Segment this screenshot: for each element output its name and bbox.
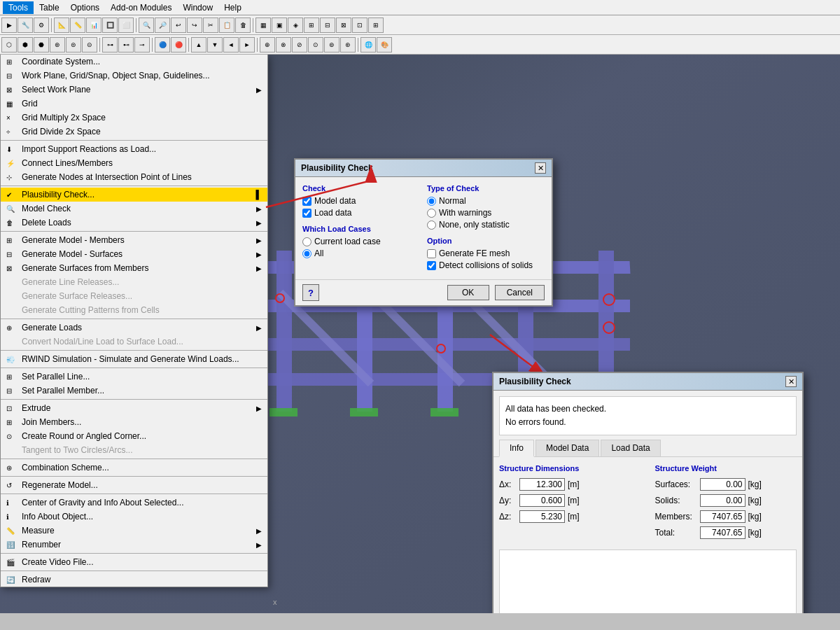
menu-help[interactable]: Help (218, 1, 247, 14)
toolbar-btn-16[interactable]: ▦ (255, 18, 271, 33)
toolbar-btn-18[interactable]: ◈ (288, 18, 303, 33)
toolbar-btn-1[interactable]: ▶ (1, 18, 17, 33)
toolbar-btn-15[interactable]: 🗑 (235, 18, 251, 33)
toolbar-btn-21[interactable]: ⊠ (336, 18, 351, 33)
toolbar-btn-4[interactable]: 📐 (54, 18, 69, 33)
toolbar-btn-17[interactable]: ▣ (272, 18, 287, 33)
menu-item-selectwp[interactable]: ⊠ Select Work Plane ▶ (1, 83, 267, 97)
load-data-checkbox[interactable] (302, 209, 312, 218)
total-input[interactable] (700, 526, 746, 539)
toolbar2-btn-21[interactable]: ⊛ (340, 37, 356, 52)
menu-item-setparline[interactable]: ⊞ Set Parallel Line... (1, 370, 267, 384)
toolbar2-btn-2[interactable]: ⬢ (18, 37, 33, 52)
menu-item-measure[interactable]: 📏 Measure ▶ (1, 524, 267, 538)
all-lc-radio[interactable] (302, 249, 312, 258)
menu-item-regenmodel[interactable]: ↺ Regenerate Model... (1, 478, 267, 492)
toolbar2-btn-14[interactable]: ◄ (223, 37, 239, 52)
menu-item-import[interactable]: ⬇ Import Support Reactions as Load... (1, 142, 267, 156)
menu-item-gensurffromem[interactable]: ⊠ Generate Surfaces from Members ▶ (1, 261, 267, 275)
toolbar-btn-3[interactable]: ⚙ (34, 18, 49, 33)
menu-window[interactable]: Window (177, 1, 218, 14)
toolbar2-btn-23[interactable]: 🎨 (377, 37, 392, 52)
toolbar-btn-13[interactable]: ✂ (203, 18, 218, 33)
menu-item-delloads[interactable]: 🗑 Delete Loads ▶ (1, 216, 267, 230)
toolbar-btn-12[interactable]: ↪ (187, 18, 202, 33)
toolbar2-btn-9[interactable]: ⊸ (134, 37, 150, 52)
toolbar2-btn-16[interactable]: ⊕ (260, 37, 275, 52)
toolbar2-btn-6[interactable]: ⊝ (82, 37, 97, 52)
toolbar-btn-20[interactable]: ⊟ (320, 18, 335, 33)
toolbar2-btn-11[interactable]: 🔴 (171, 37, 186, 52)
menu-item-gennodes[interactable]: ⊹ Generate Nodes at Intersection Point o… (1, 170, 267, 184)
toolbar2-btn-20[interactable]: ⊚ (324, 37, 340, 52)
toolbar2-btn-22[interactable]: 🌐 (360, 37, 376, 52)
menu-item-redraw[interactable]: 🔄 Redraw (1, 573, 267, 587)
toolbar-btn-2[interactable]: 🔧 (18, 18, 33, 33)
toolbar-btn-5[interactable]: 📏 (70, 18, 85, 33)
members-input[interactable] (700, 510, 746, 523)
menu-addon[interactable]: Add-on Modules (105, 1, 177, 14)
toolbar-btn-8[interactable]: ⬜ (118, 18, 134, 33)
normal-radio[interactable] (427, 197, 436, 206)
menu-item-renumber[interactable]: 🔢 Renumber ▶ (1, 538, 267, 552)
toolbar-btn-9[interactable]: 🔍 (139, 18, 154, 33)
toolbar2-btn-3[interactable]: ⬣ (34, 37, 49, 52)
toolbar-btn-19[interactable]: ⊞ (304, 18, 319, 33)
menu-item-genloads[interactable]: ⊕ Generate Loads ▶ (1, 321, 267, 335)
toolbar2-btn-8[interactable]: ⊷ (118, 37, 134, 52)
menu-item-coordinate[interactable]: ⊞ Coordinate System... (1, 55, 267, 69)
menu-item-workplane[interactable]: ⊟ Work Plane, Grid/Snap, Object Snap, Gu… (1, 69, 267, 83)
toolbar2-btn-10[interactable]: 🔵 (155, 37, 170, 52)
toolbar2-btn-1[interactable]: ⬡ (1, 37, 17, 52)
delta-y-input[interactable] (519, 494, 565, 507)
toolbar-btn-14[interactable]: 📋 (219, 18, 234, 33)
none-statistic-radio[interactable] (427, 220, 436, 230)
menu-tools[interactable]: Tools (3, 1, 34, 14)
toolbar-btn-7[interactable]: 🔲 (102, 18, 118, 33)
results-close-button[interactable]: ✕ (785, 376, 797, 387)
dialog-cancel-button[interactable]: Cancel (495, 285, 545, 300)
menu-item-combscheme[interactable]: ⊛ Combination Scheme... (1, 461, 267, 475)
toolbar2-btn-4[interactable]: ⊛ (50, 37, 65, 52)
toolbar2-btn-13[interactable]: ▼ (207, 37, 223, 52)
menu-item-modelcheck[interactable]: 🔍 Model Check ▶ (1, 202, 267, 216)
menu-options[interactable]: Options (65, 1, 105, 14)
toolbar2-btn-18[interactable]: ⊘ (292, 37, 307, 52)
with-warnings-radio[interactable] (427, 209, 436, 218)
detect-col-checkbox[interactable] (427, 261, 436, 270)
menu-item-plausibility[interactable]: ✔ Plausibility Check... ▌ (1, 188, 267, 202)
menu-table[interactable]: Table (34, 1, 65, 14)
menu-item-genmodelmem[interactable]: ⊞ Generate Model - Members ▶ (1, 233, 267, 247)
toolbar2-btn-7[interactable]: ⊶ (102, 37, 118, 52)
surfaces-input[interactable] (700, 478, 746, 491)
toolbar-btn-6[interactable]: 📊 (86, 18, 102, 33)
gen-fe-checkbox[interactable] (427, 249, 436, 258)
current-lc-radio[interactable] (302, 237, 312, 246)
menu-item-roundcorner[interactable]: ⊙ Create Round or Angled Corner... (1, 429, 267, 443)
menu-item-grid[interactable]: ▦ Grid (1, 97, 267, 111)
solids-input[interactable] (700, 494, 746, 507)
toolbar-btn-11[interactable]: ↩ (171, 18, 186, 33)
menu-item-coginfo[interactable]: ℹ Center of Gravity and Info About Selec… (1, 496, 267, 510)
dialog-close-button[interactable]: ✕ (535, 162, 546, 174)
menu-item-genmodelsurf[interactable]: ⊟ Generate Model - Surfaces ▶ (1, 247, 267, 261)
dialog-help-button[interactable]: ? (302, 284, 319, 301)
model-data-checkbox[interactable] (302, 197, 312, 206)
menu-item-connect[interactable]: ⚡ Connect Lines/Members (1, 156, 267, 170)
delta-z-input[interactable] (519, 510, 565, 523)
toolbar2-btn-5[interactable]: ⊜ (66, 37, 81, 52)
toolbar2-btn-12[interactable]: ▲ (191, 37, 206, 52)
toolbar-btn-23[interactable]: ⊞ (368, 18, 384, 33)
toolbar2-btn-17[interactable]: ⊗ (276, 37, 291, 52)
menu-item-joinmem[interactable]: ⊞ Join Members... (1, 415, 267, 429)
tab-model-data[interactable]: Model Data (536, 440, 599, 456)
toolbar2-btn-19[interactable]: ⊙ (308, 37, 323, 52)
tab-info[interactable]: Info (499, 440, 534, 457)
menu-item-setparmem[interactable]: ⊟ Set Parallel Member... (1, 384, 267, 398)
menu-item-infoobj[interactable]: ℹ Info About Object... (1, 510, 267, 524)
toolbar2-btn-15[interactable]: ► (239, 37, 255, 52)
tab-load-data[interactable]: Load Data (601, 440, 660, 456)
delta-x-input[interactable] (519, 478, 565, 491)
menu-item-gridmul[interactable]: × Grid Multiply 2x Space (1, 111, 267, 125)
menu-item-rwind[interactable]: 💨 RWIND Simulation - Simulate and Genera… (1, 352, 267, 366)
